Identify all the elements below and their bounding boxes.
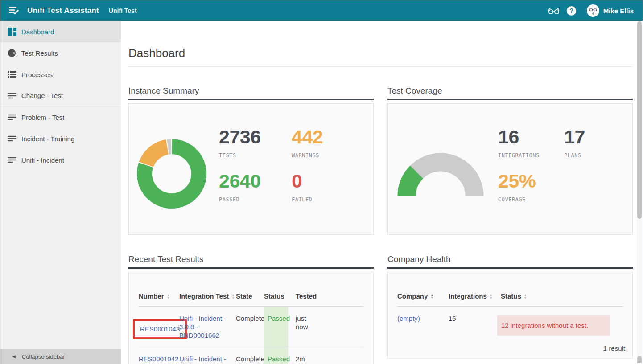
integrations-cell: 16 (449, 307, 501, 344)
playlist-check-icon (8, 6, 19, 16)
record-link[interactable]: RES0001042 (139, 355, 178, 363)
sidebar-item-change-test[interactable]: Change - Test (0, 85, 121, 106)
scrollbar-track[interactable] (637, 21, 642, 363)
record-link[interactable]: RES0001043 (140, 325, 180, 333)
section-title: Test Coverage (387, 86, 633, 96)
column-header-integrations[interactable]: Integrations▲▼ (449, 292, 501, 307)
scrollbar-thumb[interactable] (637, 21, 642, 219)
dashboard-grid-icon (8, 27, 16, 36)
column-header-integration-test[interactable]: Integration Test▲▼ (179, 292, 236, 307)
sort-icon: ▲▼ (490, 294, 493, 299)
menu-button[interactable] (4, 0, 24, 21)
app-window: Unifi Test Assistant Unifi Test (0, 0, 643, 364)
section-underline (387, 267, 633, 269)
number-cell: RES0001043 (139, 307, 179, 347)
company-link[interactable]: (empty) (397, 315, 420, 322)
integration-test-link[interactable]: Unifi - Incident - 3.0.0 - BND0001662 (179, 315, 226, 339)
sidebar-item-incident-training[interactable]: Incident - Training (0, 128, 121, 149)
table-row: (empty) 16 12 integrations without a tes… (397, 307, 623, 344)
stat-label: TESTS (219, 152, 292, 159)
stat-integrations: 16 INTEGRATIONS (498, 127, 564, 159)
user-avatar[interactable] (587, 4, 599, 17)
stat-coverage: 25% COVERAGE (498, 171, 564, 203)
stat-tests: 2736 TESTS (219, 127, 292, 159)
text-lines-icon (8, 155, 16, 164)
scrollbar-corner (637, 356, 642, 363)
column-header-number[interactable]: Number▲▼ (139, 292, 179, 307)
collapse-sidebar-button[interactable]: ◀ Collapse sidebar (0, 349, 121, 364)
text-lines-icon (8, 134, 16, 143)
sort-icon: ▲▼ (524, 294, 527, 299)
column-header-company[interactable]: Company▲▼ (397, 292, 449, 307)
integration-test-cell: Unifi - Incident - 3.0.0 - (179, 347, 236, 364)
status-cell: Passed (264, 347, 288, 364)
help-button[interactable]: ? (563, 0, 581, 21)
recent-test-results-card: Number▲▼ Integration Test▲▼ State Status… (128, 272, 374, 364)
test-coverage-card: 16 INTEGRATIONS 17 PLANS 25% COVERAGE (387, 103, 633, 235)
instance-summary-section: Instance Summary 2736 TESTS 442 WARNINGS (128, 86, 374, 235)
instance-summary-card: 2736 TESTS 442 WARNINGS 2640 PASSED 0 (128, 103, 374, 235)
sort-icon: ▲▼ (231, 294, 235, 299)
coverage-gauge-chart (396, 151, 485, 199)
stat-plans: 17 PLANS (564, 127, 630, 159)
stat-label: COVERAGE (498, 196, 564, 203)
stat-label: PASSED (219, 196, 292, 203)
stat-label: WARNINGS (292, 152, 364, 159)
list-icon (8, 70, 16, 79)
company-health-card: Company▲▼ Integrations▲▼ Status▲▼ (empty… (387, 272, 633, 359)
company-cell: (empty) (397, 307, 449, 344)
sidebar: Dashboard Test Results (0, 21, 121, 364)
table-row: RES0001043 Unifi - Incident - 3.0.0 - BN… (139, 307, 363, 347)
sidebar-item-label: Incident - Training (21, 135, 74, 143)
section-underline (387, 99, 633, 100)
recent-test-results-section: Recent Test Results Number▲▼ Integration… (128, 254, 374, 364)
stat-value: 442 (292, 127, 364, 147)
avatar-face-icon (588, 5, 598, 16)
pie-chart-icon (8, 49, 16, 57)
section-title: Company Health (387, 254, 633, 264)
sidebar-item-label: Test Results (21, 49, 58, 57)
company-health-section: Company Health Company▲▼ Integrations▲▼ … (387, 254, 633, 364)
sort-asc-icon: ▲▼ (430, 294, 433, 299)
column-header-status: Status (264, 292, 288, 307)
section-underline (128, 99, 374, 100)
stat-value: 2640 (219, 171, 292, 191)
integration-test-cell: Unifi - Incident - 3.0.0 - BND0001662 (179, 307, 236, 347)
section-title: Instance Summary (128, 86, 374, 96)
sidebar-item-label: Problem - Test (21, 114, 64, 121)
sidebar-item-processes[interactable]: Processes (0, 64, 121, 85)
help-icon: ? (567, 6, 576, 16)
app-title: Unifi Test Assistant (27, 6, 99, 15)
result-count: 1 result (603, 344, 625, 352)
tested-cell: 2m ago (288, 347, 363, 364)
sidebar-item-dashboard[interactable]: Dashboard (0, 21, 121, 42)
sidebar-item-label: Processes (21, 71, 53, 78)
state-cell: Complete (236, 307, 264, 347)
review-button[interactable] (545, 0, 563, 21)
sidebar-item-test-results[interactable]: Test Results (0, 42, 121, 64)
column-header-status[interactable]: Status▲▼ (501, 292, 623, 307)
stat-label: FAILED (292, 196, 364, 203)
stat-value: 16 (498, 127, 564, 147)
health-warning-badge: 12 integrations without a test. (497, 315, 610, 336)
section-underline (128, 267, 374, 269)
sidebar-item-label: Dashboard (21, 28, 54, 36)
collapse-arrow-icon: ◀ (12, 354, 16, 359)
stat-warnings: 442 WARNINGS (292, 127, 364, 159)
stat-failed: 0 FAILED (292, 171, 364, 203)
status-cell: Passed (264, 307, 288, 347)
column-header-tested: Tested (288, 292, 363, 307)
integration-test-link[interactable]: Unifi - Incident - 3.0.0 - (179, 355, 226, 364)
stat-value: 0 (292, 171, 364, 191)
text-lines-icon (8, 91, 16, 100)
main-content: Dashboard Instance Summary 2736 TESTS 44… (121, 21, 637, 364)
sidebar-item-label: Change - Test (21, 92, 63, 99)
test-coverage-section: Test Coverage 16 INTEGRATIONS 17 PLANS (387, 86, 633, 235)
number-cell: RES0001042 (139, 347, 179, 364)
tests-donut-chart (136, 127, 207, 221)
page-title: Dashboard (128, 47, 637, 59)
instance-name: Unifi Test (109, 7, 137, 14)
sidebar-item-unifi-incident[interactable]: Unifi - Incident (0, 149, 121, 171)
stat-label: PLANS (564, 152, 630, 159)
sidebar-item-problem-test[interactable]: Problem - Test (0, 106, 121, 128)
